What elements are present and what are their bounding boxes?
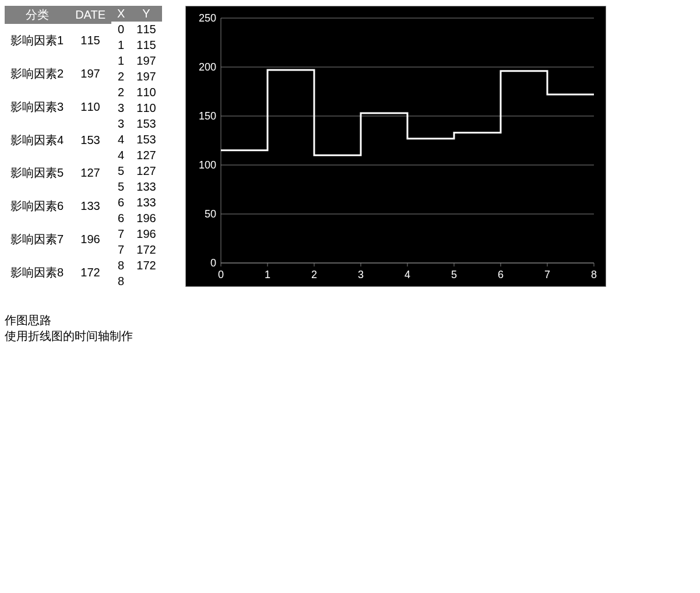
table-cell <box>131 273 161 289</box>
table-cell: 6 <box>111 210 131 226</box>
table-row: 7172 <box>111 242 162 258</box>
y-tick-label: 100 <box>199 159 216 171</box>
table-cell: 172 <box>69 256 111 289</box>
table-cell: 影响因素7 <box>5 223 69 256</box>
table-cell: 127 <box>131 163 161 179</box>
table-row: 5127 <box>111 163 162 179</box>
table-cell: 110 <box>131 85 161 100</box>
y-tick-label: 50 <box>205 208 216 220</box>
x-tick-label: 1 <box>265 269 270 280</box>
table-cell: 4 <box>111 132 131 148</box>
column-header: DATE <box>69 6 111 24</box>
table-row: 2197 <box>111 69 162 85</box>
table-row: 4127 <box>111 148 162 163</box>
y-tick-label: 200 <box>199 61 216 73</box>
table-row: 影响因素6133 <box>5 190 111 223</box>
table-row: 3110 <box>111 100 162 116</box>
table-cell: 197 <box>131 53 161 69</box>
table-cell: 196 <box>131 226 161 242</box>
table-cell: 127 <box>131 148 161 163</box>
x-tick-label: 3 <box>358 269 364 280</box>
table-cell: 172 <box>131 258 161 273</box>
table-cell: 3 <box>111 116 131 132</box>
table-cell: 4 <box>111 148 131 163</box>
table-cell: 2 <box>111 69 131 85</box>
table-cell: 6 <box>111 195 131 210</box>
column-header: X <box>111 6 131 22</box>
svg-rect-0 <box>186 6 606 286</box>
table-cell: 1 <box>111 53 131 69</box>
x-tick-label: 7 <box>544 269 550 280</box>
table-row: 影响因素5127 <box>5 157 111 190</box>
table-row: 6196 <box>111 210 162 226</box>
table-cell: 2 <box>111 85 131 100</box>
x-tick-label: 5 <box>451 269 457 280</box>
table-cell: 110 <box>131 100 161 116</box>
y-tick-label: 250 <box>199 12 216 24</box>
x-tick-label: 0 <box>218 269 224 280</box>
table-cell: 133 <box>69 190 111 223</box>
table-cell: 影响因素8 <box>5 256 69 289</box>
column-header: Y <box>131 6 161 22</box>
table-row: 1115 <box>111 37 162 53</box>
table-row: 6133 <box>111 195 162 210</box>
table-cell: 1 <box>111 37 131 53</box>
table-cell: 197 <box>131 69 161 85</box>
table-row: 7196 <box>111 226 162 242</box>
table-row: 0115 <box>111 22 162 37</box>
table-cell: 影响因素6 <box>5 190 69 223</box>
table-cell: 110 <box>69 90 111 124</box>
notes-line1: 作图思路 <box>5 313 695 328</box>
table-cell: 影响因素5 <box>5 157 69 190</box>
table-cell: 172 <box>131 242 161 258</box>
xy-table: XY 0115111511972197211031103153415341275… <box>111 6 162 289</box>
table-cell: 影响因素2 <box>5 57 69 90</box>
notes-block: 作图思路 使用折线图的时间轴制作 <box>5 313 695 344</box>
table-row: 2110 <box>111 85 162 100</box>
column-header: 分类 <box>5 6 69 24</box>
table-row: 影响因素8172 <box>5 256 111 289</box>
table-cell: 7 <box>111 242 131 258</box>
table-cell: 影响因素4 <box>5 124 69 157</box>
table-cell: 133 <box>131 195 161 210</box>
chart-svg: 050100150200250012345678 <box>186 6 606 286</box>
table-cell: 196 <box>69 223 111 256</box>
data-tables: 分类DATE 影响因素1115影响因素2197影响因素3110影响因素4153影… <box>5 6 162 289</box>
table-row: 4153 <box>111 132 162 148</box>
table-cell: 7 <box>111 226 131 242</box>
table-cell: 133 <box>131 179 161 195</box>
table-cell: 8 <box>111 273 131 289</box>
table-cell: 115 <box>131 37 161 53</box>
table-cell: 0 <box>111 22 131 37</box>
table-row: 3153 <box>111 116 162 132</box>
table-cell: 127 <box>69 157 111 190</box>
table-cell: 3 <box>111 100 131 116</box>
notes-line2: 使用折线图的时间轴制作 <box>5 328 695 344</box>
table-cell: 影响因素3 <box>5 90 69 124</box>
x-tick-label: 2 <box>311 269 317 280</box>
table-cell: 115 <box>131 22 161 37</box>
table-cell: 5 <box>111 163 131 179</box>
table-row: 8172 <box>111 258 162 273</box>
y-tick-label: 150 <box>199 110 216 122</box>
table-row: 影响因素4153 <box>5 124 111 157</box>
category-date-table: 分类DATE 影响因素1115影响因素2197影响因素3110影响因素4153影… <box>5 6 111 289</box>
table-cell: 115 <box>69 24 111 57</box>
table-row: 影响因素1115 <box>5 24 111 57</box>
table-cell: 153 <box>69 124 111 157</box>
table-row: 影响因素2197 <box>5 57 111 90</box>
step-line-chart: 050100150200250012345678 <box>185 6 606 287</box>
table-row: 5133 <box>111 179 162 195</box>
table-cell: 197 <box>69 57 111 90</box>
table-cell: 8 <box>111 258 131 273</box>
y-tick-label: 0 <box>210 257 216 269</box>
table-row: 影响因素3110 <box>5 90 111 124</box>
table-cell: 196 <box>131 210 161 226</box>
table-row: 影响因素7196 <box>5 223 111 256</box>
table-row: 1197 <box>111 53 162 69</box>
x-tick-label: 6 <box>498 269 504 280</box>
x-tick-label: 8 <box>591 269 597 280</box>
table-cell: 153 <box>131 132 161 148</box>
table-cell: 影响因素1 <box>5 24 69 57</box>
table-cell: 153 <box>131 116 161 132</box>
